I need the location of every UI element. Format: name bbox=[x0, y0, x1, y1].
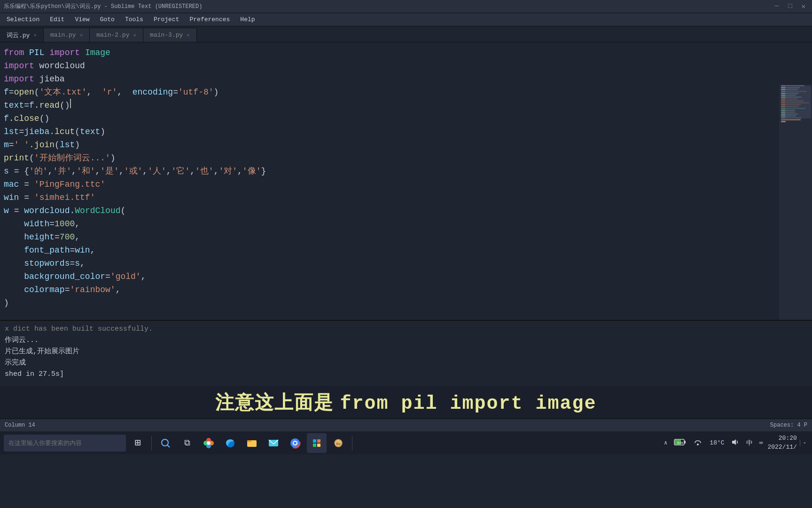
tab-main3[interactable]: main-3.py ✕ bbox=[143, 28, 197, 42]
taskbar-explorer-icon[interactable] bbox=[242, 433, 262, 453]
code-line-12: win = 'simhei.ttf' bbox=[4, 191, 779, 204]
tab-main3-close[interactable]: ✕ bbox=[187, 32, 190, 38]
menu-help[interactable]: Help bbox=[235, 15, 259, 24]
taskbar-search-icon[interactable] bbox=[156, 433, 175, 453]
code-line-4: f=open('文本.txt', 'r', encoding='utf-8') bbox=[4, 86, 779, 99]
clock-time: 20:20 bbox=[767, 434, 796, 443]
taskbar-icon-8[interactable]: Su bbox=[328, 433, 348, 453]
svg-text:Su: Su bbox=[336, 442, 341, 446]
code-line-9: print('开始制作词云...') bbox=[4, 151, 779, 165]
subtitle-bar: 注意这上面是 from pil import image bbox=[0, 386, 812, 419]
taskbar: ⊞ ⧉ bbox=[0, 431, 812, 454]
console-line-1: x dict has been built successfully. bbox=[5, 324, 807, 335]
titlebar-title: 乐乐编程\乐乐python\词云\词云.py - Sublime Text (U… bbox=[4, 2, 202, 10]
svg-rect-15 bbox=[313, 439, 316, 443]
tray-keyboard[interactable]: ⌨ bbox=[757, 439, 765, 447]
subtitle-text: 注意这上面是 from pil import image bbox=[215, 389, 596, 415]
clock-date: 2022/11/ bbox=[767, 443, 796, 452]
status-spaces: Spaces: 4 P bbox=[770, 422, 807, 429]
taskbar-separator-2 bbox=[352, 436, 352, 450]
tab-wordcloud-close[interactable]: ✕ bbox=[33, 32, 37, 38]
code-line-13: w = wordcloud.WordCloud( bbox=[4, 204, 779, 217]
menu-view[interactable]: View bbox=[70, 15, 94, 24]
window-controls[interactable]: ─ □ ✕ bbox=[772, 2, 808, 10]
menu-project[interactable]: Project bbox=[149, 15, 184, 24]
code-line-1: from PIL import Image bbox=[4, 46, 779, 59]
clock: 20:20 2022/11/ bbox=[767, 434, 796, 451]
console-line-5: shed in 27.5s] bbox=[5, 369, 807, 380]
console-line-3: 片已生成,开始展示图片 bbox=[5, 346, 807, 357]
tab-main-label: main.py bbox=[50, 32, 76, 39]
tab-main-close[interactable]: ✕ bbox=[80, 32, 83, 38]
tray-ime[interactable]: 中 bbox=[744, 439, 755, 447]
tab-wordcloud-label: 词云.py bbox=[7, 31, 30, 40]
code-line-2: import wordcloud bbox=[4, 59, 779, 72]
svg-marker-26 bbox=[732, 439, 736, 445]
console: x dict has been built successfully. 作词云.… bbox=[0, 320, 812, 386]
tab-main2-label: main-2.py bbox=[96, 32, 129, 39]
tab-main2[interactable]: main-2.py ✕ bbox=[90, 28, 143, 42]
svg-rect-16 bbox=[317, 439, 320, 443]
code-line-20: ) bbox=[4, 296, 779, 310]
tab-main2-close[interactable]: ✕ bbox=[133, 32, 136, 38]
menu-preferences[interactable]: Preferences bbox=[185, 15, 235, 24]
svg-rect-17 bbox=[313, 444, 316, 447]
svg-point-0 bbox=[162, 439, 168, 446]
svg-point-25 bbox=[697, 444, 699, 445]
status-bar: Column 14 Spaces: 4 P bbox=[0, 419, 812, 431]
code-line-7: lst=jieba.lcut(text) bbox=[4, 125, 779, 138]
code-line-18: background_color='gold', bbox=[4, 270, 779, 283]
taskbar-windows-button[interactable]: ⊞ bbox=[128, 433, 148, 453]
code-line-10: s = {'的','并','和','是','或','人','它','也','对'… bbox=[4, 165, 779, 178]
code-line-11: mac = 'PingFang.ttc' bbox=[4, 178, 779, 191]
tab-wordcloud[interactable]: 词云.py ✕ bbox=[0, 28, 44, 42]
titlebar: 乐乐编程\乐乐python\词云\词云.py - Sublime Text (U… bbox=[0, 0, 812, 13]
svg-rect-23 bbox=[684, 441, 686, 444]
code-line-3: import jieba bbox=[4, 72, 779, 86]
minimize-button[interactable]: ─ bbox=[772, 2, 781, 10]
taskbar-tray: ∧ 64% 18°C 中 ⌨ 20:20 2022/11/ bbox=[662, 434, 808, 451]
console-line-4: 示完成 bbox=[5, 357, 807, 369]
taskbar-color-icon[interactable] bbox=[199, 433, 219, 453]
svg-line-1 bbox=[167, 445, 170, 447]
code-line-8: m=' '.join(lst) bbox=[4, 138, 779, 151]
svg-rect-18 bbox=[317, 444, 320, 447]
code-line-19: colormap='rainbow', bbox=[4, 283, 779, 296]
menu-selection[interactable]: Selection bbox=[2, 15, 44, 24]
svg-point-14 bbox=[294, 442, 297, 444]
minimap bbox=[779, 85, 812, 320]
code-line-14: width=1000, bbox=[4, 217, 779, 230]
tray-network[interactable] bbox=[691, 438, 705, 448]
svg-rect-9 bbox=[247, 440, 251, 442]
code-line-16: font_path=win, bbox=[4, 244, 779, 257]
taskbar-separator bbox=[151, 436, 152, 450]
tab-bar: 词云.py ✕ main.py ✕ main-2.py ✕ main-3.py … bbox=[0, 26, 812, 42]
tray-show-hidden[interactable]: ∧ bbox=[662, 439, 669, 446]
tab-main3-label: main-3.py bbox=[150, 32, 183, 39]
code-line-5: text=f.read() bbox=[4, 99, 779, 112]
svg-point-6 bbox=[207, 441, 211, 445]
code-editor[interactable]: from PIL import Image import wordcloud i… bbox=[0, 42, 812, 320]
taskbar-chrome-icon[interactable] bbox=[285, 433, 305, 453]
taskbar-search-input[interactable] bbox=[4, 435, 126, 452]
menubar: Selection Edit View Goto Tools Project P… bbox=[0, 13, 812, 26]
menu-tools[interactable]: Tools bbox=[120, 15, 148, 24]
tab-main[interactable]: main.py ✕ bbox=[44, 28, 90, 42]
tray-show-desktop[interactable]: ▫ bbox=[800, 440, 808, 446]
maximize-button[interactable]: □ bbox=[785, 2, 795, 10]
code-line-17: stopwords=s, bbox=[4, 257, 779, 270]
svg-text:64%: 64% bbox=[677, 441, 683, 445]
tray-battery[interactable]: 64% bbox=[672, 438, 688, 448]
close-button[interactable]: ✕ bbox=[799, 2, 808, 10]
taskbar-task-view[interactable]: ⧉ bbox=[177, 433, 197, 453]
taskbar-edge-icon[interactable] bbox=[220, 433, 240, 453]
status-column: Column 14 bbox=[5, 422, 35, 429]
console-line-2: 作词云... bbox=[5, 335, 807, 346]
menu-goto[interactable]: Goto bbox=[95, 15, 119, 24]
taskbar-mail-icon[interactable] bbox=[264, 433, 283, 453]
tray-temperature: 18°C bbox=[708, 439, 726, 446]
tray-volume[interactable] bbox=[729, 438, 742, 448]
menu-edit[interactable]: Edit bbox=[45, 15, 69, 24]
taskbar-icon-7[interactable] bbox=[307, 433, 327, 453]
code-line-6: f.close() bbox=[4, 112, 779, 125]
